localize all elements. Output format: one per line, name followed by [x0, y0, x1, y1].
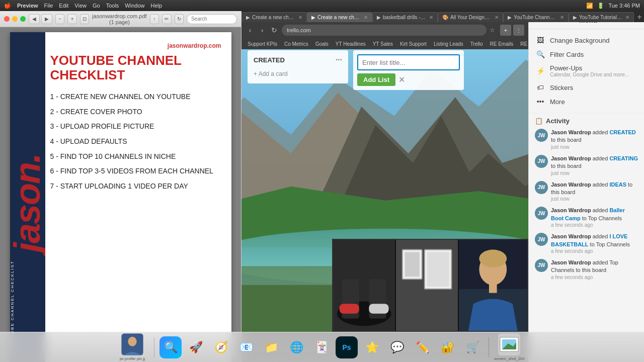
dock-safari[interactable]: 🧭 — [210, 336, 232, 358]
dock-finder-2[interactable]: 📁 — [260, 336, 282, 358]
bookmark-btn[interactable]: ☆ — [490, 27, 495, 34]
chrome-tab-2[interactable]: ▶ basketball drills - YouTube ✕ — [372, 12, 438, 22]
dock-appstore[interactable]: 🛒 — [461, 336, 484, 358]
tab-close-3[interactable]: ✕ — [495, 15, 499, 20]
menu-filter-cards[interactable]: 🔍 Filter Cards — [529, 47, 644, 61]
app-menu-preview[interactable]: Preview — [17, 3, 38, 9]
pdf-domain: jasonwardrop.com — [50, 42, 221, 49]
dock-screenshot-label: screen_shot_2018-09-14___.png — [494, 356, 524, 361]
tab-close-0[interactable]: ✕ — [298, 15, 302, 20]
dock: jw profile pic.jpg 🔍 🚀 🧭 📧 📁 🌐 🃏 Ps ⭐ 💬 … — [0, 332, 644, 362]
tab-close-2[interactable]: ✕ — [429, 15, 433, 20]
activity-text-0: Jason Wardrop added CREATED to this boar… — [551, 129, 638, 144]
dock-launchpad[interactable]: 🚀 — [185, 336, 207, 358]
tab-close-1[interactable]: ✕ — [364, 15, 368, 20]
dock-finder[interactable]: 🔍 — [159, 336, 182, 358]
zoom-in-btn[interactable]: + — [67, 14, 76, 24]
activity-item-4: JW Jason Wardrop added I LOVE BASKETBALL… — [535, 233, 638, 254]
trello-add-card-created[interactable]: + Add a card — [252, 68, 344, 79]
add-list-btn[interactable]: Add List — [357, 73, 395, 86]
menu-view[interactable]: View — [74, 3, 87, 9]
video-thumb-2 — [396, 240, 458, 331]
dock-mail[interactable]: 📧 — [235, 336, 257, 358]
menu-stickers[interactable]: 🏷 Stickers — [529, 80, 644, 95]
new-list-title-input[interactable] — [357, 54, 460, 70]
bookmark-kirt-support[interactable]: Kirt Support — [398, 40, 429, 48]
more-label: More — [550, 98, 565, 106]
activity-item-2: JW Jason Wardrop added IDEAS to this boa… — [535, 181, 638, 202]
activity-item-1: JW Jason Wardrop added CREATING to this … — [535, 155, 638, 176]
bookmark-yt-headlines[interactable]: YT Headlines — [334, 40, 368, 48]
reload-btn[interactable]: ↻ — [270, 26, 279, 34]
apple-menu[interactable]: 🍎 — [4, 3, 11, 9]
trello-new-list-form: Add List ✕ — [353, 50, 464, 90]
chrome-url-input[interactable]: trello.com — [282, 25, 487, 36]
dock-star[interactable]: ⭐ — [361, 336, 383, 358]
menu-help[interactable]: Help — [150, 3, 162, 9]
dock-messages[interactable]: 💬 — [386, 336, 408, 358]
tab-label-1: Create a new channel - You... — [317, 15, 361, 20]
tab-close-4[interactable]: ✕ — [560, 15, 564, 20]
chrome-tab-1[interactable]: ▶ Create a new channel - You... ✕ — [307, 12, 372, 22]
chrome-tab-4[interactable]: ▶ YouTube Channel Art - TestC... ✕ — [503, 12, 569, 22]
preview-search-input[interactable] — [187, 14, 237, 24]
bookmark-trello[interactable]: Trello — [468, 40, 485, 48]
dock-chrome[interactable]: 🌐 — [285, 336, 307, 358]
profile-thumb-image — [122, 333, 143, 355]
rotate-btn[interactable]: ↻ — [175, 14, 184, 24]
more-btn[interactable]: ⋮ — [513, 25, 524, 36]
markup-btn[interactable]: ✏ — [162, 14, 171, 24]
menu-file[interactable]: File — [44, 3, 53, 9]
fullscreen-traffic-light[interactable] — [20, 16, 26, 22]
bookmark-re-emails[interactable]: RE Emails — [488, 40, 515, 48]
fit-btn[interactable]: ⊡ — [80, 14, 89, 24]
bookmark-re-yt-ideas[interactable]: RE YT Ideas — [518, 40, 528, 48]
dock-anki[interactable]: 🃏 — [310, 336, 333, 358]
dock-sketch[interactable]: ✏️ — [411, 336, 433, 358]
bookmark-yt-sales[interactable]: YT Sales — [371, 40, 395, 48]
new-tab-btn[interactable]: + — [635, 12, 644, 22]
filter-icon: 🔍 — [536, 50, 545, 58]
tab-close-5[interactable]: ✕ — [625, 15, 629, 20]
profile-btn[interactable]: + — [500, 25, 511, 36]
trello-list-header-created: CREATED ··· — [252, 54, 344, 65]
menu-change-background[interactable]: 🖼 Change Background — [529, 33, 644, 47]
minimize-traffic-light[interactable] — [12, 16, 18, 22]
dock-jw-profile-thumb[interactable] — [121, 333, 143, 355]
dock-screenshot-section: screen_shot_2018-09-14___.png — [494, 333, 524, 361]
menu-tools[interactable]: Tools — [106, 3, 119, 9]
forward-btn[interactable]: › — [258, 26, 267, 34]
close-traffic-light[interactable] — [4, 16, 10, 22]
menu-power-ups[interactable]: ⚡ Power-Ups Calendar, Google Drive and m… — [529, 61, 644, 80]
bookmark-support-kpis[interactable]: Support KPIs — [246, 40, 279, 48]
menu-window[interactable]: Window — [125, 3, 144, 9]
next-page-btn[interactable]: ▶ — [41, 14, 52, 24]
bookmark-co-metrics[interactable]: Co Metrics — [282, 40, 310, 48]
share-btn[interactable]: ↑ — [150, 14, 159, 24]
prev-page-btn[interactable]: ◀ — [29, 14, 40, 24]
bookmark-goals[interactable]: Goals — [313, 40, 331, 48]
svg-rect-14 — [369, 304, 388, 314]
preview-doc-title: jasonwardrop.com.pdf (1 page) — [92, 13, 146, 25]
chrome-tab-5[interactable]: ▶ YouTube Tutorial | Fac... ✕ — [569, 12, 634, 22]
activity-icon: 📋 — [535, 117, 543, 125]
webcam-person-silhouette — [459, 240, 527, 331]
dock-screenshot-thumb[interactable] — [498, 333, 520, 355]
menu-go[interactable]: Go — [93, 3, 100, 9]
activity-time-0: just now — [551, 144, 638, 150]
screenshot-thumb-image — [498, 333, 520, 355]
activity-time-1: just now — [551, 170, 638, 176]
bookmark-listing-leads[interactable]: Listing Leads — [432, 40, 465, 48]
chrome-tab-3[interactable]: 🎨 All Your Designs - Canva ✕ — [438, 12, 503, 22]
trello-list-menu-created[interactable]: ··· — [336, 55, 342, 64]
zoom-out-btn[interactable]: − — [55, 14, 64, 24]
chrome-tab-0[interactable]: ▶ Create a new channel - G... ✕ — [242, 12, 307, 22]
menu-edit[interactable]: Edit — [59, 3, 68, 9]
dock-divider-left — [154, 337, 154, 357]
dock-1password[interactable]: 🔐 — [436, 336, 458, 358]
activity-item-0: JW Jason Wardrop added CREATED to this b… — [535, 129, 638, 150]
menu-more[interactable]: ••• More — [529, 95, 644, 109]
cancel-list-btn[interactable]: ✕ — [398, 75, 405, 84]
dock-photoshop[interactable]: Ps — [336, 336, 358, 358]
back-btn[interactable]: ‹ — [246, 26, 255, 34]
